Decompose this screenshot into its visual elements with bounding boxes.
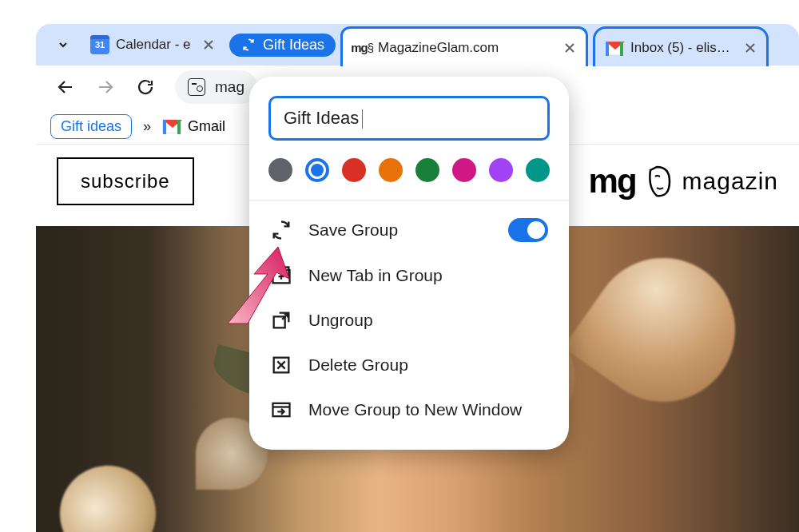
menu-label: Ungroup [308, 311, 373, 330]
tab-title: Calendar - eli… [116, 37, 191, 53]
tab-group-context-menu: Gift Ideas Save Group New Tab in Group U… [249, 77, 569, 450]
tab-title: MagazineGlam.com [378, 40, 499, 56]
tab-active[interactable]: mg§ MagazineGlam.com [340, 26, 588, 66]
color-grey[interactable] [268, 158, 292, 182]
sync-icon [270, 219, 292, 241]
close-icon[interactable] [562, 40, 578, 56]
bookmark-label: Gmail [188, 118, 225, 135]
save-group-toggle[interactable] [508, 218, 548, 242]
menu-label: Move Group to New Window [308, 400, 522, 419]
site-favicon: mg§ [352, 38, 372, 58]
menu-move-to-new-window[interactable]: Move Group to New Window [249, 387, 569, 432]
text-cursor [361, 109, 363, 129]
brand: mg magazin [589, 162, 778, 200]
brand-face-icon [646, 164, 673, 199]
tab-strip: 31 Calendar - eli… Gift Ideas mg§ Magazi… [36, 24, 799, 66]
close-icon[interactable] [742, 40, 758, 56]
color-picker-row [249, 155, 569, 200]
delete-icon [270, 354, 292, 376]
menu-label: New Tab in Group [308, 266, 443, 285]
menu-ungroup[interactable]: Ungroup [249, 298, 569, 343]
tab-gmail[interactable]: Inbox (5) - elis… [593, 26, 769, 66]
menu-delete-group[interactable]: Delete Group [249, 343, 569, 387]
site-info-icon[interactable] [188, 78, 205, 96]
ungroup-icon [270, 309, 292, 332]
tab-search-dropdown[interactable] [52, 34, 74, 56]
url-bar[interactable]: mag [175, 70, 257, 104]
sync-icon [240, 37, 256, 53]
menu-label: Save Group [308, 220, 398, 240]
tab-title: Inbox (5) - elis… [630, 40, 730, 56]
gmail-icon [162, 119, 181, 133]
bookmark-group-chip[interactable]: Gift ideas [50, 114, 132, 139]
subscribe-button[interactable]: subscribe [57, 157, 194, 205]
tab-group-pill[interactable]: Gift Ideas [229, 34, 336, 57]
menu-new-tab-in-group[interactable]: New Tab in Group [249, 253, 569, 298]
forward-button[interactable] [90, 72, 121, 102]
menu-save-group[interactable]: Save Group [249, 207, 569, 253]
color-red[interactable] [342, 158, 366, 182]
gmail-icon [605, 38, 624, 58]
calendar-icon: 31 [90, 35, 109, 54]
move-window-icon [270, 399, 292, 421]
color-teal[interactable] [526, 158, 550, 182]
bookmark-overflow-icon[interactable]: » [143, 118, 151, 135]
new-tab-icon [270, 264, 292, 287]
bookmark-gmail[interactable]: Gmail [162, 118, 225, 135]
menu-label: Delete Group [308, 355, 408, 375]
reload-button[interactable] [130, 72, 161, 102]
brand-logo: mg [589, 162, 636, 200]
url-text: mag [215, 78, 244, 96]
group-name-input[interactable]: Gift Ideas [268, 96, 550, 141]
divider [249, 200, 569, 200]
color-purple[interactable] [489, 158, 513, 182]
back-button[interactable] [50, 72, 81, 102]
color-blue-selected[interactable] [305, 158, 329, 182]
brand-text: magazin [682, 168, 778, 195]
tab-group-label: Gift Ideas [263, 37, 324, 54]
color-pink[interactable] [452, 158, 476, 182]
color-green[interactable] [415, 158, 439, 182]
tab-calendar[interactable]: 31 Calendar - eli… [81, 29, 225, 61]
close-icon[interactable] [201, 37, 217, 53]
color-orange[interactable] [379, 158, 403, 182]
